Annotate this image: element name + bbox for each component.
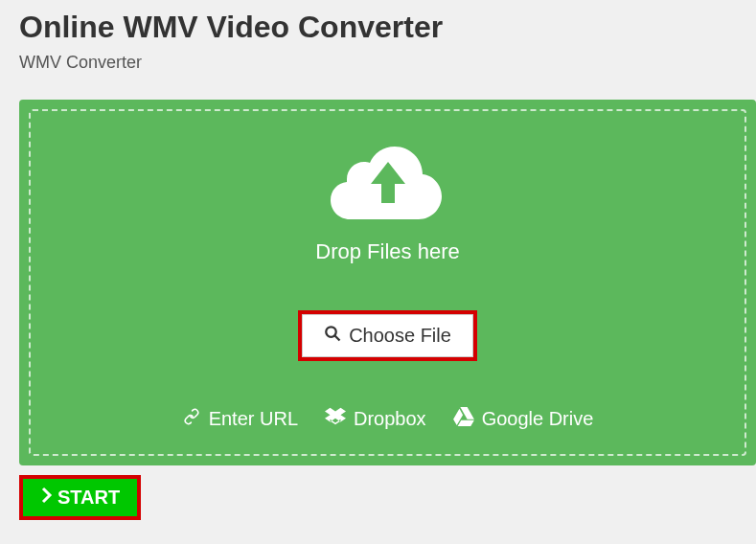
dropbox-link[interactable]: Dropbox (325, 407, 426, 431)
search-icon (324, 325, 341, 347)
start-highlight: START (19, 475, 141, 520)
drop-text: Drop Files here (50, 239, 725, 264)
choose-file-label: Choose File (349, 325, 451, 347)
page-subtitle: WMV Converter (19, 53, 737, 73)
dropbox-icon (325, 407, 346, 431)
start-button[interactable]: START (23, 479, 137, 516)
choose-file-highlight: Choose File (298, 310, 477, 361)
link-icon (182, 407, 201, 431)
google-drive-icon (453, 407, 474, 431)
google-drive-label: Google Drive (482, 408, 594, 430)
chevron-right-icon (40, 487, 54, 509)
svg-point-0 (326, 327, 336, 337)
page-title: Online WMV Video Converter (19, 10, 737, 45)
dropbox-label: Dropbox (354, 408, 426, 430)
svg-line-1 (334, 335, 339, 340)
choose-file-button[interactable]: Choose File (302, 314, 473, 357)
drop-zone[interactable]: Drop Files here Choose File (29, 109, 746, 456)
start-label: START (57, 487, 120, 509)
drop-panel[interactable]: Drop Files here Choose File (19, 100, 756, 465)
source-links: Enter URL Dropbox Google Drive (50, 407, 725, 431)
enter-url-label: Enter URL (209, 408, 298, 430)
google-drive-link[interactable]: Google Drive (453, 407, 594, 431)
enter-url-link[interactable]: Enter URL (182, 407, 298, 431)
cloud-upload-icon (331, 138, 446, 228)
